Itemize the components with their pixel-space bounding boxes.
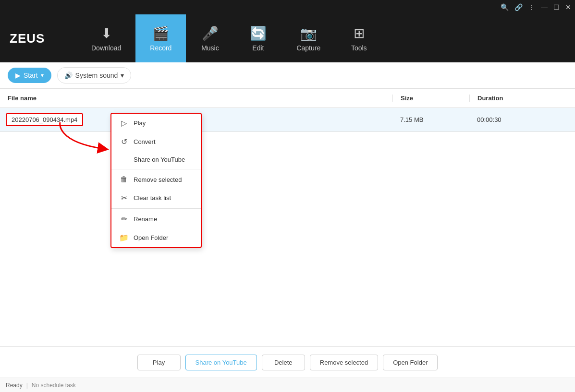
nav-label-capture: Capture <box>296 44 320 52</box>
table-header: File name Size Duration <box>0 89 575 108</box>
folder-icon: 📁 <box>119 233 129 242</box>
maximize-button[interactable]: ☐ <box>553 3 560 11</box>
ctx-rename[interactable]: ✏ Rename <box>111 210 201 228</box>
nav-item-tools[interactable]: ⊞ Tools <box>335 14 383 62</box>
sound-icon: 🔊 <box>64 71 73 79</box>
col-size: Size <box>392 95 469 102</box>
nav-item-capture[interactable]: 📷 Capture <box>282 14 335 62</box>
titlebar: 🔍 🔗 ⋮ — ☐ ✕ <box>0 0 575 14</box>
nav-label-music: Music <box>201 44 219 52</box>
chevron-down-icon: ▾ <box>41 72 44 79</box>
ctx-share-youtube-label: Share on YouTube <box>134 156 185 163</box>
edit-icon: 🔄 <box>250 25 267 41</box>
music-icon: 🎤 <box>202 25 219 41</box>
app: ZEUS ⬇ Download 🎬 Record 🎤 Music 🔄 Edit … <box>0 14 575 392</box>
status-no-schedule: No schedule task <box>32 382 76 389</box>
logo-text: ZEUS <box>10 31 45 46</box>
bottom-bar: Play Share on YouTube Delete Remove sele… <box>0 346 575 378</box>
nav-item-music[interactable]: 🎤 Music <box>186 14 234 62</box>
start-button[interactable]: ▶ Start ▾ <box>8 68 51 83</box>
logo: ZEUS <box>0 14 77 62</box>
ctx-open-folder[interactable]: 📁 Open Folder <box>111 228 201 247</box>
play-button[interactable]: Play <box>137 355 181 370</box>
share-icon[interactable]: 🔗 <box>514 3 523 11</box>
ctx-share-youtube[interactable]: Share on YouTube <box>111 151 201 168</box>
context-menu: ▷ Play ↺ Convert Share on YouTube 🗑 Remo… <box>110 113 202 248</box>
share-youtube-button[interactable]: Share on YouTube <box>185 355 257 370</box>
open-folder-button[interactable]: Open Folder <box>383 355 438 370</box>
table-row[interactable]: 20220706_090434.mp4 7.15 MB 00:00:30 <box>0 108 575 132</box>
nav-label-tools: Tools <box>351 44 367 52</box>
ctx-play-label: Play <box>134 119 146 127</box>
ctx-divider-1 <box>111 169 201 169</box>
convert-icon: ↺ <box>119 137 129 146</box>
file-duration: 00:00:30 <box>469 116 575 123</box>
file-name: 20220706_090434.mp4 <box>6 113 83 126</box>
sound-label: System sound <box>75 71 118 79</box>
nav-items: ⬇ Download 🎬 Record 🎤 Music 🔄 Edit 📷 Cap… <box>77 14 575 62</box>
ctx-divider-2 <box>111 208 201 209</box>
ctx-remove-label: Remove selected <box>134 176 182 183</box>
start-label: Start <box>24 71 38 79</box>
trash-icon: 🗑 <box>119 175 129 184</box>
delete-button[interactable]: Delete <box>262 355 305 370</box>
tools-icon: ⊞ <box>354 25 365 41</box>
nav-item-edit[interactable]: 🔄 Edit <box>234 14 282 62</box>
ctx-rename-label: Rename <box>134 215 157 223</box>
ctx-play[interactable]: ▷ Play <box>111 114 201 132</box>
close-button[interactable]: ✕ <box>565 3 571 11</box>
col-duration: Duration <box>469 95 575 102</box>
ctx-remove-selected[interactable]: 🗑 Remove selected <box>111 170 201 189</box>
menu-icon[interactable]: ⋮ <box>528 3 535 11</box>
navbar: ZEUS ⬇ Download 🎬 Record 🎤 Music 🔄 Edit … <box>0 14 575 62</box>
sound-chevron-icon: ▾ <box>121 71 124 79</box>
status-separator: | <box>26 382 28 389</box>
remove-selected-button[interactable]: Remove selected <box>310 355 378 370</box>
nav-item-download[interactable]: ⬇ Download <box>77 14 135 62</box>
broom-icon: ✂ <box>119 193 129 202</box>
titlebar-controls: 🔍 🔗 ⋮ — ☐ ✕ <box>501 3 571 11</box>
ctx-convert[interactable]: ↺ Convert <box>111 132 201 151</box>
ctx-convert-label: Convert <box>134 138 156 145</box>
col-filename: File name <box>0 95 392 102</box>
nav-label-edit: Edit <box>252 44 264 52</box>
capture-icon: 📷 <box>300 25 317 41</box>
nav-label-download: Download <box>91 44 121 52</box>
play-icon: ▷ <box>119 119 129 128</box>
status-bar: Ready | No schedule task <box>0 378 575 392</box>
record-icon: 🎬 <box>152 25 169 41</box>
status-ready: Ready <box>6 382 23 389</box>
table-area: File name Size Duration 20220706_090434.… <box>0 89 575 346</box>
ctx-clear-label: Clear task list <box>134 194 171 202</box>
file-size: 7.15 MB <box>392 116 469 123</box>
download-icon: ⬇ <box>101 25 112 41</box>
nav-label-record: Record <box>150 44 171 52</box>
rename-icon: ✏ <box>119 214 129 224</box>
system-sound-button[interactable]: 🔊 System sound ▾ <box>57 67 132 83</box>
toolbar: ▶ Start ▾ 🔊 System sound ▾ <box>0 62 575 89</box>
ctx-clear-task-list[interactable]: ✂ Clear task list <box>111 189 201 207</box>
search-icon[interactable]: 🔍 <box>501 3 509 11</box>
minimize-button[interactable]: — <box>541 3 548 11</box>
ctx-open-folder-label: Open Folder <box>134 234 168 241</box>
nav-item-record[interactable]: 🎬 Record <box>135 14 186 62</box>
play-icon: ▶ <box>15 71 21 79</box>
